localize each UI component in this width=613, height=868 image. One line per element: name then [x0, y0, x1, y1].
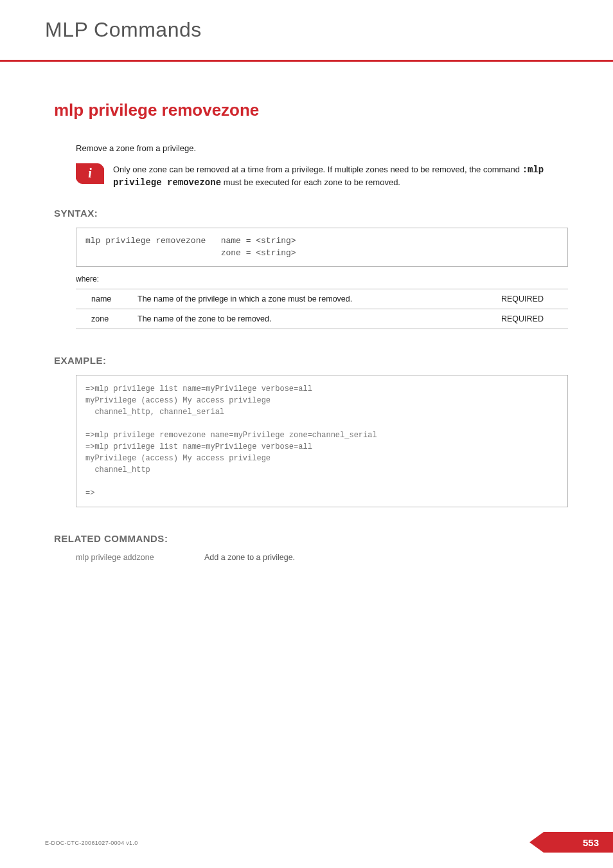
example-box: =>mlp privilege list name=myPrivilege ve…	[76, 375, 568, 507]
section-title: mlp privilege removezone	[54, 100, 568, 120]
syntax-box: mlp privilege removezone name = <string>…	[76, 228, 568, 267]
syntax-heading: SYNTAX:	[54, 208, 568, 219]
param-table: name The name of the privilege in which …	[76, 289, 568, 329]
example-heading: EXAMPLE:	[54, 355, 568, 366]
param-desc: The name of the privilege in which a zon…	[134, 289, 497, 309]
page-footer: E-DOC-CTC-20061027-0004 v1.0 553	[45, 840, 613, 846]
intro-text: Remove a zone from a privilege.	[76, 143, 568, 153]
info-note-pre: Only one zone can be removed at a time f…	[113, 165, 522, 174]
param-req: REQUIRED	[497, 289, 568, 309]
info-note: i Only one zone can be removed at a time…	[76, 163, 568, 190]
page-number-badge: 553	[529, 832, 613, 853]
param-desc: The name of the zone to be removed.	[134, 309, 497, 329]
info-note-post: must be executed for each zone to be rem…	[221, 177, 400, 187]
page-number: 553	[583, 837, 599, 848]
related-command-desc: Add a zone to a privilege.	[204, 553, 295, 562]
where-label: where:	[76, 275, 568, 284]
param-name: zone	[76, 309, 134, 329]
info-icon: i	[76, 163, 104, 184]
related-heading: RELATED COMMANDS:	[54, 533, 568, 544]
chapter-title: MLP Commands	[45, 18, 568, 42]
table-row: name The name of the privilege in which …	[76, 289, 568, 309]
svg-text:i: i	[88, 166, 92, 180]
table-row: zone The name of the zone to be removed.…	[76, 309, 568, 329]
related-command-name: mlp privilege addzone	[76, 553, 179, 562]
svg-marker-1	[529, 832, 613, 853]
doc-reference: E-DOC-CTC-20061027-0004 v1.0	[45, 840, 138, 846]
header-divider	[0, 60, 613, 62]
param-req: REQUIRED	[497, 309, 568, 329]
info-note-text: Only one zone can be removed at a time f…	[113, 163, 568, 190]
param-name: name	[76, 289, 134, 309]
related-row: mlp privilege addzone Add a zone to a pr…	[76, 553, 568, 562]
